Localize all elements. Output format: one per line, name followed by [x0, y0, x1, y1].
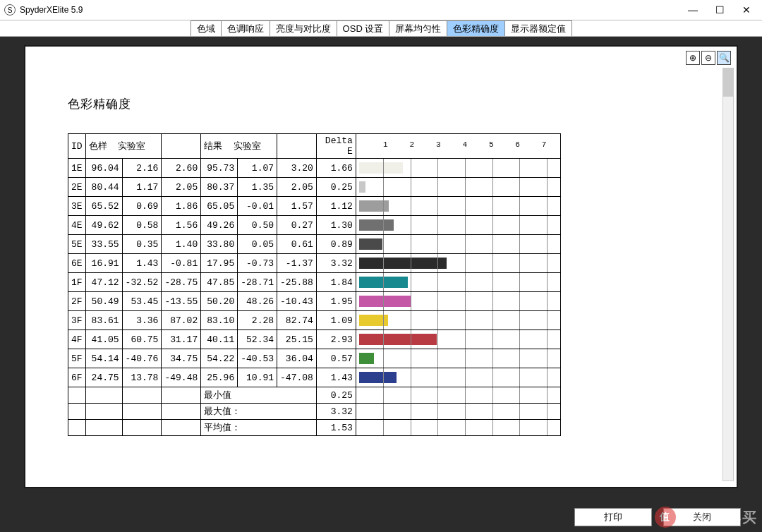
window-title: SpyderXElite 5.9: [20, 5, 687, 15]
table-row: 1F47.12-32.52-28.7547.85-28.71-25.881.84: [68, 273, 561, 292]
bar-cell: [356, 292, 560, 311]
tab-5[interactable]: 色彩精确度: [447, 20, 505, 36]
bar-cell: [356, 368, 560, 387]
title-bar: S SpyderXElite 5.9 — ☐ ✕: [0, 0, 762, 20]
tab-0[interactable]: 色域: [190, 20, 222, 36]
bar-cell: [356, 330, 560, 349]
table-row: 2F50.4953.45-13.5550.2048.26-10.431.95: [68, 292, 561, 311]
table-row: 3E65.520.691.8665.05-0.011.571.12: [68, 197, 561, 216]
report-document: 色彩精确度 ID 色样 实验室 结果 实验室 Delta E: [47, 68, 715, 480]
color-accuracy-table: ID 色样 实验室 结果 实验室 Delta E 1234567: [68, 133, 561, 436]
summary-row: 最大值：3.32: [68, 404, 561, 420]
zoom-in-icon[interactable]: ⊕: [686, 51, 700, 65]
tab-1[interactable]: 色调响应: [221, 20, 270, 36]
bar-cell: [356, 178, 560, 197]
scroll-thumb[interactable]: [723, 68, 733, 97]
table-row: 4F41.0560.7531.1740.1152.3425.152.93: [68, 330, 561, 349]
zoom-toolbar: ⊕ ⊖ 🔍: [686, 51, 731, 65]
watermark-text: 什么值得买: [680, 508, 758, 527]
table-row: 3F83.613.3687.0283.102.2882.741.09: [68, 311, 561, 330]
minimize-button[interactable]: —: [687, 4, 698, 16]
bar-cell: [356, 159, 560, 178]
table-row: 6E16.911.43-0.8117.95-0.73-1.373.32: [68, 254, 561, 273]
bar-cell: [356, 235, 560, 254]
print-button[interactable]: 打印: [574, 508, 652, 526]
tab-3[interactable]: OSD 设置: [337, 20, 390, 36]
maximize-button[interactable]: ☐: [714, 4, 725, 16]
bar-cell: [356, 216, 560, 235]
bar-cell: [356, 197, 560, 216]
bar-cell: [356, 311, 560, 330]
col-result: 结果 实验室: [201, 134, 277, 159]
col-sample: 色样 实验室: [85, 134, 162, 159]
summary-row: 最小值0.25: [68, 387, 561, 404]
page-title: 色彩精确度: [68, 96, 694, 112]
table-row: 5E33.550.351.4033.800.050.610.89: [68, 235, 561, 254]
summary-row: 平均值：1.53: [68, 420, 561, 436]
col-delta: Delta E: [316, 134, 356, 159]
watermark: 值 什么值得买: [655, 507, 758, 528]
bar-cell: [356, 273, 560, 292]
bar-cell: [356, 349, 560, 368]
app-logo-icon: S: [4, 4, 16, 16]
zoom-out-icon[interactable]: ⊖: [701, 51, 715, 65]
tab-6[interactable]: 显示器额定值: [504, 20, 572, 36]
bar-axis: 1234567: [356, 134, 560, 159]
table-row: 4E49.620.581.5649.260.500.271.30: [68, 216, 561, 235]
tab-bar: 色域色调响应亮度与对比度OSD 设置屏幕均匀性色彩精确度显示器额定值: [0, 20, 762, 37]
watermark-icon: 值: [655, 507, 676, 528]
tab-2[interactable]: 亮度与对比度: [270, 20, 337, 36]
col-id: ID: [68, 134, 86, 159]
zoom-fit-icon[interactable]: 🔍: [717, 51, 731, 65]
table-row: 2E80.441.172.0580.371.352.050.25: [68, 178, 561, 197]
table-row: 5F54.14-40.7634.7554.22-40.5336.040.57: [68, 349, 561, 368]
table-row: 6F24.7513.78-49.4825.9610.91-47.081.43: [68, 368, 561, 387]
bar-cell: [356, 254, 560, 273]
close-window-button[interactable]: ✕: [741, 4, 752, 16]
vertical-scrollbar[interactable]: [722, 68, 734, 481]
tab-4[interactable]: 屏幕均匀性: [389, 20, 447, 36]
table-row: 1E96.042.162.6095.731.073.201.66: [68, 159, 561, 178]
